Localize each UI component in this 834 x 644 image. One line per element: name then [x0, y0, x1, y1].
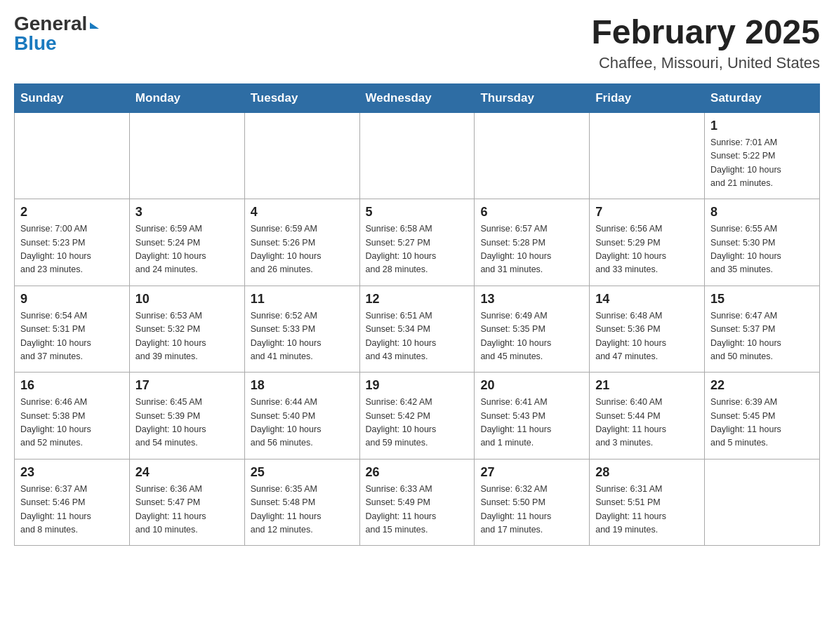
calendar-cell: 3Sunrise: 6:59 AM Sunset: 5:24 PM Daylig…	[129, 199, 244, 286]
weekday-header-tuesday: Tuesday	[244, 83, 359, 112]
calendar-cell: 14Sunrise: 6:48 AM Sunset: 5:36 PM Dayli…	[590, 286, 705, 373]
day-number: 5	[366, 205, 469, 220]
day-info: Sunrise: 6:46 AM Sunset: 5:38 PM Dayligh…	[20, 396, 124, 450]
logo: General Blue	[14, 14, 99, 53]
week-row-2: 9Sunrise: 6:54 AM Sunset: 5:31 PM Daylig…	[15, 286, 820, 373]
day-number: 10	[135, 292, 239, 307]
day-number: 22	[710, 378, 814, 393]
day-number: 24	[135, 465, 239, 480]
calendar-cell	[129, 112, 244, 199]
day-number: 1	[710, 119, 814, 133]
calendar-cell: 23Sunrise: 6:37 AM Sunset: 5:46 PM Dayli…	[15, 459, 130, 546]
day-info: Sunrise: 6:54 AM Sunset: 5:31 PM Dayligh…	[20, 309, 124, 364]
day-number: 9	[20, 292, 124, 307]
week-row-4: 23Sunrise: 6:37 AM Sunset: 5:46 PM Dayli…	[15, 459, 820, 546]
day-number: 7	[595, 205, 699, 220]
day-info: Sunrise: 6:58 AM Sunset: 5:27 PM Dayligh…	[366, 222, 469, 277]
logo-blue: Blue	[14, 32, 57, 54]
calendar-cell: 16Sunrise: 6:46 AM Sunset: 5:38 PM Dayli…	[15, 373, 130, 459]
calendar-cell: 7Sunrise: 6:56 AM Sunset: 5:29 PM Daylig…	[590, 199, 705, 286]
day-info: Sunrise: 6:32 AM Sunset: 5:50 PM Dayligh…	[480, 483, 583, 537]
calendar-cell	[15, 112, 130, 199]
calendar-cell	[590, 112, 705, 199]
day-info: Sunrise: 6:57 AM Sunset: 5:28 PM Dayligh…	[480, 222, 583, 277]
day-number: 3	[135, 205, 239, 220]
day-info: Sunrise: 6:35 AM Sunset: 5:48 PM Dayligh…	[251, 483, 354, 537]
week-row-1: 2Sunrise: 7:00 AM Sunset: 5:23 PM Daylig…	[15, 199, 820, 286]
day-number: 11	[251, 292, 354, 307]
day-info: Sunrise: 6:53 AM Sunset: 5:32 PM Dayligh…	[135, 309, 239, 364]
calendar-cell: 2Sunrise: 7:00 AM Sunset: 5:23 PM Daylig…	[15, 199, 130, 286]
day-info: Sunrise: 7:01 AM Sunset: 5:22 PM Dayligh…	[710, 136, 814, 191]
calendar-cell: 9Sunrise: 6:54 AM Sunset: 5:31 PM Daylig…	[15, 286, 130, 373]
page-header: General Blue February 2025 Chaffee, Miss…	[14, 14, 820, 72]
calendar-cell: 6Sunrise: 6:57 AM Sunset: 5:28 PM Daylig…	[475, 199, 590, 286]
day-info: Sunrise: 6:44 AM Sunset: 5:40 PM Dayligh…	[251, 396, 354, 450]
month-title: February 2025	[591, 14, 820, 51]
day-number: 23	[20, 465, 124, 480]
day-info: Sunrise: 7:00 AM Sunset: 5:23 PM Dayligh…	[20, 222, 124, 277]
day-info: Sunrise: 6:45 AM Sunset: 5:39 PM Dayligh…	[135, 396, 239, 450]
calendar-cell: 20Sunrise: 6:41 AM Sunset: 5:43 PM Dayli…	[475, 373, 590, 459]
weekday-header-row: SundayMondayTuesdayWednesdayThursdayFrid…	[15, 83, 820, 112]
title-section: February 2025 Chaffee, Missouri, United …	[591, 14, 820, 72]
day-info: Sunrise: 6:52 AM Sunset: 5:33 PM Dayligh…	[251, 309, 354, 364]
location-title: Chaffee, Missouri, United States	[591, 54, 820, 72]
day-info: Sunrise: 6:39 AM Sunset: 5:45 PM Dayligh…	[710, 396, 814, 450]
day-number: 18	[251, 378, 354, 393]
day-info: Sunrise: 6:36 AM Sunset: 5:47 PM Dayligh…	[135, 483, 239, 537]
day-info: Sunrise: 6:41 AM Sunset: 5:43 PM Dayligh…	[480, 396, 583, 450]
calendar-cell: 8Sunrise: 6:55 AM Sunset: 5:30 PM Daylig…	[705, 199, 820, 286]
weekday-header-monday: Monday	[129, 83, 244, 112]
calendar-cell	[475, 112, 590, 199]
day-number: 16	[20, 378, 124, 393]
calendar-cell: 18Sunrise: 6:44 AM Sunset: 5:40 PM Dayli…	[244, 373, 359, 459]
day-number: 20	[480, 378, 583, 393]
calendar-cell	[705, 459, 820, 546]
day-info: Sunrise: 6:37 AM Sunset: 5:46 PM Dayligh…	[20, 483, 124, 537]
day-number: 4	[251, 205, 354, 220]
calendar-cell: 22Sunrise: 6:39 AM Sunset: 5:45 PM Dayli…	[705, 373, 820, 459]
day-number: 28	[595, 465, 699, 480]
week-row-3: 16Sunrise: 6:46 AM Sunset: 5:38 PM Dayli…	[15, 373, 820, 459]
calendar-table: SundayMondayTuesdayWednesdayThursdayFrid…	[14, 83, 820, 546]
weekday-header-sunday: Sunday	[15, 83, 130, 112]
day-number: 12	[366, 292, 469, 307]
day-info: Sunrise: 6:42 AM Sunset: 5:42 PM Dayligh…	[366, 396, 469, 450]
weekday-header-friday: Friday	[590, 83, 705, 112]
day-number: 13	[480, 292, 583, 307]
day-number: 8	[710, 205, 814, 220]
day-number: 17	[135, 378, 239, 393]
calendar-cell: 21Sunrise: 6:40 AM Sunset: 5:44 PM Dayli…	[590, 373, 705, 459]
calendar-cell: 13Sunrise: 6:49 AM Sunset: 5:35 PM Dayli…	[475, 286, 590, 373]
calendar-cell: 17Sunrise: 6:45 AM Sunset: 5:39 PM Dayli…	[129, 373, 244, 459]
day-info: Sunrise: 6:51 AM Sunset: 5:34 PM Dayligh…	[366, 309, 469, 364]
day-info: Sunrise: 6:55 AM Sunset: 5:30 PM Dayligh…	[710, 222, 814, 277]
logo-general: General	[14, 14, 87, 34]
day-number: 26	[366, 465, 469, 480]
day-number: 2	[20, 205, 124, 220]
week-row-0: 1Sunrise: 7:01 AM Sunset: 5:22 PM Daylig…	[15, 112, 820, 199]
calendar-cell: 19Sunrise: 6:42 AM Sunset: 5:42 PM Dayli…	[359, 373, 475, 459]
calendar-cell: 4Sunrise: 6:59 AM Sunset: 5:26 PM Daylig…	[244, 199, 359, 286]
day-number: 14	[595, 292, 699, 307]
day-number: 6	[480, 205, 583, 220]
weekday-header-saturday: Saturday	[705, 83, 820, 112]
calendar-cell: 26Sunrise: 6:33 AM Sunset: 5:49 PM Dayli…	[359, 459, 475, 546]
calendar-cell: 28Sunrise: 6:31 AM Sunset: 5:51 PM Dayli…	[590, 459, 705, 546]
day-number: 27	[480, 465, 583, 480]
day-number: 15	[710, 292, 814, 307]
calendar-cell: 5Sunrise: 6:58 AM Sunset: 5:27 PM Daylig…	[359, 199, 475, 286]
day-info: Sunrise: 6:33 AM Sunset: 5:49 PM Dayligh…	[366, 483, 469, 537]
day-info: Sunrise: 6:49 AM Sunset: 5:35 PM Dayligh…	[480, 309, 583, 364]
calendar-cell: 15Sunrise: 6:47 AM Sunset: 5:37 PM Dayli…	[705, 286, 820, 373]
calendar-cell: 27Sunrise: 6:32 AM Sunset: 5:50 PM Dayli…	[475, 459, 590, 546]
day-info: Sunrise: 6:59 AM Sunset: 5:24 PM Dayligh…	[135, 222, 239, 277]
calendar-cell: 10Sunrise: 6:53 AM Sunset: 5:32 PM Dayli…	[129, 286, 244, 373]
calendar-cell	[359, 112, 475, 199]
calendar-cell	[244, 112, 359, 199]
day-number: 25	[251, 465, 354, 480]
calendar-cell: 11Sunrise: 6:52 AM Sunset: 5:33 PM Dayli…	[244, 286, 359, 373]
weekday-header-thursday: Thursday	[475, 83, 590, 112]
day-info: Sunrise: 6:59 AM Sunset: 5:26 PM Dayligh…	[251, 222, 354, 277]
